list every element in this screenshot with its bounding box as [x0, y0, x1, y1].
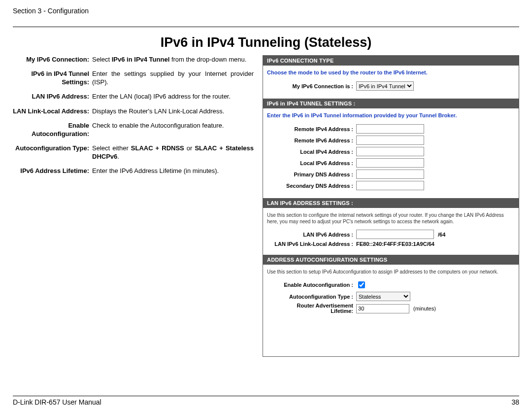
def-term: Enable Autoconfiguration: — [13, 121, 92, 138]
enable-autoconf-label: Enable Autoconfiguration : — [267, 282, 356, 288]
panel-header-lan: LAN IPv6 ADDRESS SETTINGS : — [263, 198, 519, 208]
primary-dns-input[interactable] — [356, 170, 424, 179]
panel-header-tunnel: IPv6 in IPv4 TUNNEL SETTINGS : — [263, 99, 519, 108]
router-config-panel: IPv6 CONNECTION TYPE Choose the mode to … — [263, 55, 519, 357]
panel-note: Enter the IPv6 in IPv4 Tunnel informatio… — [267, 112, 515, 118]
def-term: LAN IPv6 Address: — [13, 92, 92, 101]
local-ipv4-input[interactable] — [356, 147, 424, 156]
panel-note: Use this section to configure the intern… — [267, 212, 515, 225]
footer-left: D-Link DIR-657 User Manual — [13, 398, 101, 406]
def-term: IPv6 Address Lifetime: — [13, 167, 92, 175]
page-title: IPv6 in IPv4 Tunneling (Stateless) — [13, 35, 519, 50]
lan-linklocal-value: FE80::240:F4FF:FE03:1A9C/64 — [356, 241, 434, 247]
def-row: Autoconfiguration Type: Select either SL… — [13, 144, 254, 161]
local-ipv6-input[interactable] — [356, 158, 424, 168]
def-term: Autoconfiguration Type: — [13, 144, 92, 161]
remote-ipv4-input[interactable] — [356, 124, 424, 134]
def-row: My IPv6 Connection: Select IPv6 in IPv4 … — [13, 55, 254, 64]
def-desc: Select either SLAAC + RDNSS or SLAAC + S… — [92, 144, 254, 161]
secondary-dns-input[interactable] — [356, 181, 424, 190]
primary-dns-label: Primary DNS Address : — [267, 171, 356, 177]
remote-ipv6-label: Remote IPv6 Address : — [267, 137, 356, 143]
def-row: LAN Link-Local Address: Displays the Rou… — [13, 107, 254, 115]
def-row: LAN IPv6 Address: Enter the LAN (local) … — [13, 92, 254, 101]
ipv6-connection-select[interactable]: IPv6 in IPv4 Tunnel — [356, 81, 414, 91]
panel-note: Choose the mode to be used by the router… — [267, 69, 515, 75]
def-row: IPv6 in IPv4 Tunnel Settings: Enter the … — [13, 69, 254, 86]
definitions-list: My IPv6 Connection: Select IPv6 in IPv4 … — [13, 55, 254, 357]
footer-page-number: 38 — [511, 398, 519, 406]
def-term: IPv6 in IPv4 Tunnel Settings: — [13, 69, 92, 86]
section-label: Section 3 - Configuration — [13, 7, 519, 15]
lan-ipv6-input[interactable] — [356, 230, 434, 239]
panel-header-autoconf: ADDRESS AUTOCONFIGURATION SETTINGS — [263, 255, 519, 265]
def-desc: Enter the settings supplied by your Inte… — [92, 69, 254, 86]
panel-header-connection-type: IPv6 CONNECTION TYPE — [263, 56, 519, 66]
def-desc: Displays the Router's LAN Link-Local Add… — [92, 107, 254, 115]
def-term: LAN Link-Local Address: — [13, 107, 92, 115]
lifetime-unit: (minutes) — [413, 306, 436, 311]
def-desc: Select IPv6 in IPv4 Tunnel from the drop… — [92, 55, 254, 64]
remote-ipv6-input[interactable] — [356, 136, 424, 145]
panel-note: Use this section to setup IPv6 Autoconfi… — [267, 269, 515, 275]
remote-ipv4-label: Remote IPv4 Address : — [267, 126, 356, 132]
page-footer: D-Link DIR-657 User Manual 38 — [13, 396, 519, 406]
def-term: My IPv6 Connection: — [13, 55, 92, 64]
router-adv-lifetime-label: Router AdvertisementLifetime: — [267, 303, 356, 314]
lan-linklocal-label: LAN IPv6 Link-Local Address : — [267, 241, 356, 247]
local-ipv4-label: Local IPv4 Address : — [267, 149, 356, 155]
lan-ipv6-suffix: /64 — [438, 232, 445, 238]
autoconf-type-select[interactable]: Stateless — [356, 292, 410, 301]
conn-label: My IPv6 Connection is : — [267, 83, 356, 89]
enable-autoconf-checkbox[interactable] — [358, 281, 365, 288]
autoconf-type-label: Autoconfiguration Type : — [267, 294, 356, 300]
def-desc: Enter the IPv6 Address Lifetime (in minu… — [92, 167, 254, 175]
def-desc: Enter the LAN (local) IPv6 address for t… — [92, 92, 254, 101]
top-rule — [13, 27, 519, 27]
lan-ipv6-label: LAN IPv6 Address : — [267, 232, 356, 238]
secondary-dns-label: Secondary DNS Address : — [267, 183, 356, 189]
router-adv-lifetime-input[interactable] — [356, 304, 409, 313]
def-row: IPv6 Address Lifetime: Enter the IPv6 Ad… — [13, 167, 254, 175]
def-desc: Check to enable the Autoconfiguration fe… — [92, 121, 254, 138]
local-ipv6-label: Local IPv6 Address : — [267, 160, 356, 166]
def-row: Enable Autoconfiguration: Check to enabl… — [13, 121, 254, 138]
